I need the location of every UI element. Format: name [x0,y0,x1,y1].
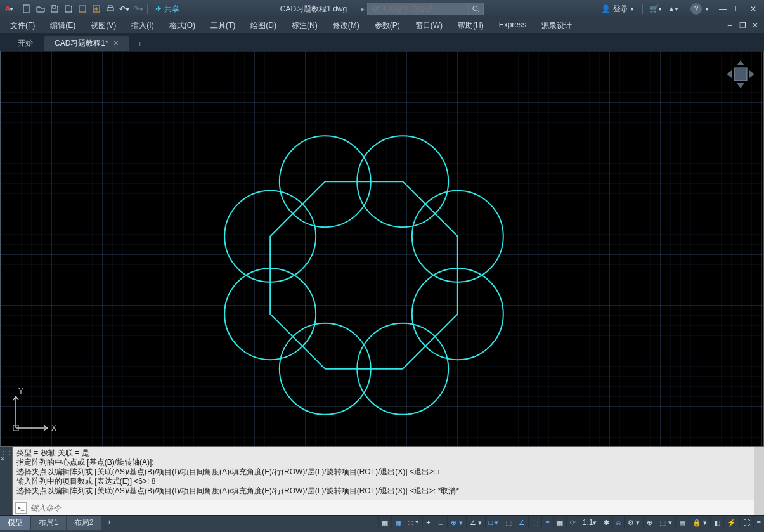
command-prompt-icon[interactable]: ▸_ [15,502,27,514]
document-tab[interactable]: CAD习题教程1*× [44,36,129,51]
lock-ui-toggle[interactable]: 🔒 ▾ [689,516,710,529]
close-button[interactable]: ✕ [746,3,760,15]
menu-标注(N)[interactable]: 标注(N) [284,18,325,33]
annotation-visibility-toggle[interactable]: ✱ [600,516,612,529]
autoscale-toggle[interactable]: ⍾ [612,516,624,529]
menu-视图(V)[interactable]: 视图(V) [83,18,124,33]
quick-properties-toggle[interactable]: ▤ [675,516,689,529]
login-button[interactable]: 👤 登录 ▾ [597,4,637,15]
menu-文件(F)[interactable]: 文件(F) [3,18,42,33]
redo-icon[interactable]: ↷▾ [132,3,145,15]
menu-绘图(D)[interactable]: 绘图(D) [243,18,284,33]
titlebar: A▾ ↶▾ ↷▾ ✈ 共享 CAD习题教程1.dwg ▸ 👤 登录 ▾ 🛒▾ [0,0,764,18]
save-icon[interactable] [48,3,61,15]
tab-close-icon[interactable]: × [113,38,119,48]
share-button[interactable]: ✈ 共享 [150,4,185,15]
minimize-button[interactable]: — [716,3,730,15]
svg-rect-1 [53,6,56,8]
command-window: ⋮⋮✕ 类型 = 极轴 关联 = 是指定阵列的中心点或 [基点(B)/旋转轴(A… [0,446,764,515]
menu-格式(O)[interactable]: 格式(O) [162,18,203,33]
svg-rect-5 [108,6,112,8]
paper-plane-icon: ✈ [155,4,162,13]
workspace-switch[interactable]: ⚙ ▾ [624,516,643,529]
command-scrollbar[interactable] [754,447,764,515]
document-title: CAD习题教程1.dwg [280,4,347,15]
drawing-canvas[interactable]: X Y [0,51,764,446]
svg-point-6 [473,6,477,11]
dynamic-input-toggle[interactable]: ⬚ [528,516,541,529]
polar-toggle[interactable]: ⊕ ▾ [447,516,465,529]
menu-修改(M)[interactable]: 修改(M) [325,18,367,33]
command-input[interactable] [30,503,751,512]
status-toggles: ▦ ▦ ⸬ ▾ + ∟ ⊕ ▾ ∠ ▾ □ ▾ ⬚ ∠ ⬚ ≡ ▦ ⟳ 1:1 … [378,516,764,529]
menu-源泉设计[interactable]: 源泉设计 [534,18,579,33]
document-tab[interactable]: 开始 [8,36,43,51]
quick-access-toolbar: ↶▾ ↷▾ ✈ 共享 [18,3,187,15]
isolate-toggle[interactable]: ◧ [710,516,723,529]
snap-toggle[interactable]: ⸬ ▾ [405,516,422,529]
infer-constraints-toggle[interactable]: + [422,516,433,529]
menu-Express[interactable]: Express [491,18,534,33]
search-bar: ▸ [358,3,484,15]
annotation-scale[interactable]: 1:1 ▾ [579,516,600,529]
app-logo[interactable]: A▾ [0,0,18,18]
command-history[interactable]: 类型 = 极轴 关联 = 是指定阵列的中心点或 [基点(B)/旋转轴(A)]:选… [13,447,754,500]
search-arrow-icon: ▸ [358,4,367,13]
menu-参数(P)[interactable]: 参数(P) [367,18,408,33]
hardware-accel-toggle[interactable]: ⚡ [723,516,739,529]
status-bar: 模型布局1布局2 + ▦ ▦ ⸬ ▾ + ∟ ⊕ ▾ ∠ ▾ □ ▾ ⬚ ∠ ⬚… [0,515,764,529]
osnap-toggle[interactable]: □ ▾ [485,516,502,529]
lineweight-toggle[interactable]: ≡ [541,516,552,529]
doc-restore-button[interactable]: ❐ [736,19,749,32]
selection-cycling-toggle[interactable]: ⟳ [566,516,579,529]
transparency-toggle[interactable]: ▦ [553,516,566,529]
menubar: 文件(F)编辑(E)视图(V)插入(I)格式(O)工具(T)绘图(D)标注(N)… [0,18,764,33]
layout-tab[interactable]: 模型 [0,516,30,530]
maximize-button[interactable]: ☐ [731,3,745,15]
layout-tab[interactable]: 布局1 [31,516,66,530]
clean-screen-toggle[interactable]: ⛶ [739,516,753,529]
ortho-toggle[interactable]: ∟ [434,516,448,529]
viewcube[interactable] [723,56,758,92]
open-icon[interactable] [34,3,47,15]
layout-add-button[interactable]: + [101,518,117,527]
model-space-toggle[interactable]: ▦ [378,516,391,529]
doc-close-button[interactable]: ✕ [749,19,761,32]
otrack-toggle[interactable]: ∠ [515,516,528,529]
search-button[interactable] [469,3,484,15]
command-input-row: ▸_ [13,500,754,515]
menu-窗口(W)[interactable]: 窗口(W) [408,18,450,33]
layout-tab[interactable]: 布局2 [67,516,101,530]
help-icon[interactable]: ? [690,3,702,15]
print-icon[interactable] [104,3,117,15]
svg-rect-4 [107,8,113,11]
user-icon: 👤 [601,4,611,13]
drawing-entities [1,51,763,446]
app-store-icon[interactable]: ▲▾ [666,3,680,15]
undo-icon[interactable]: ↶▾ [118,3,131,15]
customize-button[interactable]: ≡ [753,516,764,529]
menu-工具(T)[interactable]: 工具(T) [203,18,243,33]
svg-rect-0 [23,5,29,13]
grid-toggle[interactable]: ▦ [391,516,405,529]
annotation-monitor-toggle[interactable]: ⊕ [643,516,656,529]
isodraft-toggle[interactable]: ∠ ▾ [466,516,485,529]
cloud-save-icon[interactable] [90,3,103,15]
saveas-icon[interactable] [62,3,75,15]
svg-rect-2 [79,6,86,12]
doc-minimize-button[interactable]: – [723,19,736,32]
cloud-open-icon[interactable] [76,3,89,15]
command-handle[interactable]: ⋮⋮✕ [0,447,13,515]
svg-rect-17 [734,68,747,81]
new-icon[interactable] [20,3,33,15]
units-toggle[interactable]: ⬚ ▾ [656,516,675,529]
menu-帮助(H)[interactable]: 帮助(H) [450,18,491,33]
cart-icon[interactable]: 🛒▾ [648,3,662,15]
tab-add-button[interactable]: + [133,38,148,51]
search-input[interactable] [367,3,469,15]
3dosnap-toggle[interactable]: ⬚ [502,516,515,529]
document-tabs: 开始CAD习题教程1*× + [0,33,764,51]
menu-编辑(E)[interactable]: 编辑(E) [42,18,83,33]
menu-插入(I)[interactable]: 插入(I) [124,18,161,33]
